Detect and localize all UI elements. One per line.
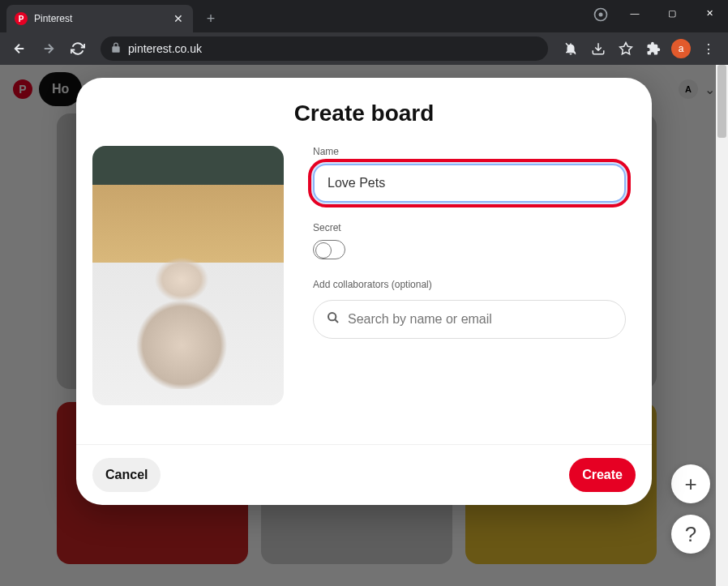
lock-icon xyxy=(110,42,122,56)
profile-avatar: a xyxy=(671,39,691,58)
extensions-icon[interactable] xyxy=(640,36,666,62)
svg-line-4 xyxy=(335,319,338,323)
url-text: pinterest.co.uk xyxy=(128,42,202,55)
board-preview-image xyxy=(92,146,284,405)
close-window-button[interactable]: ✕ xyxy=(691,0,728,26)
collaborators-search[interactable] xyxy=(313,300,626,339)
svg-point-3 xyxy=(328,313,336,320)
cancel-button[interactable]: Cancel xyxy=(92,458,161,492)
minimize-button[interactable]: — xyxy=(616,0,653,26)
bookmark-icon[interactable] xyxy=(613,36,639,62)
tab-title: Pinterest xyxy=(34,13,165,24)
create-board-modal: Create board Name Secret Add collaborato… xyxy=(76,78,652,505)
download-icon[interactable] xyxy=(585,36,611,62)
profile-button[interactable]: a xyxy=(668,36,694,62)
reload-button[interactable] xyxy=(65,36,91,62)
window-controls: — ▢ ✕ xyxy=(616,0,728,26)
search-icon xyxy=(327,311,340,327)
board-name-input[interactable] xyxy=(313,164,626,203)
page-content: P Ho A ⌄ + ? Create board Name Secret xyxy=(0,65,728,586)
address-bar[interactable]: pinterest.co.uk xyxy=(101,36,548,61)
pinterest-favicon: P xyxy=(15,12,28,25)
secret-toggle[interactable] xyxy=(313,240,345,259)
create-button[interactable]: Create xyxy=(569,458,636,492)
collaborators-label: Add collaborators (optional) xyxy=(313,279,626,290)
scrollbar-thumb[interactable] xyxy=(717,65,726,138)
vertical-scrollbar[interactable] xyxy=(716,65,728,586)
new-tab-button[interactable]: + xyxy=(199,7,222,30)
incognito-icon xyxy=(591,5,610,24)
collaborators-input[interactable] xyxy=(348,312,612,327)
browser-toolbar: pinterest.co.uk a ⋮ xyxy=(0,32,728,65)
secret-label: Secret xyxy=(313,222,626,233)
help-fab[interactable]: ? xyxy=(671,515,710,554)
browser-menu-button[interactable]: ⋮ xyxy=(696,36,722,62)
add-fab[interactable]: + xyxy=(671,464,710,503)
notifications-icon[interactable] xyxy=(558,36,584,62)
maximize-button[interactable]: ▢ xyxy=(653,0,691,26)
name-label: Name xyxy=(313,146,626,157)
modal-title: Create board xyxy=(76,78,652,146)
back-button[interactable] xyxy=(6,36,32,62)
browser-tab[interactable]: P Pinterest ✕ xyxy=(6,5,193,32)
browser-title-bar: P Pinterest ✕ + — ▢ ✕ xyxy=(0,0,728,32)
forward-button[interactable] xyxy=(36,36,62,62)
svg-point-1 xyxy=(599,13,603,17)
close-tab-icon[interactable]: ✕ xyxy=(172,12,185,25)
